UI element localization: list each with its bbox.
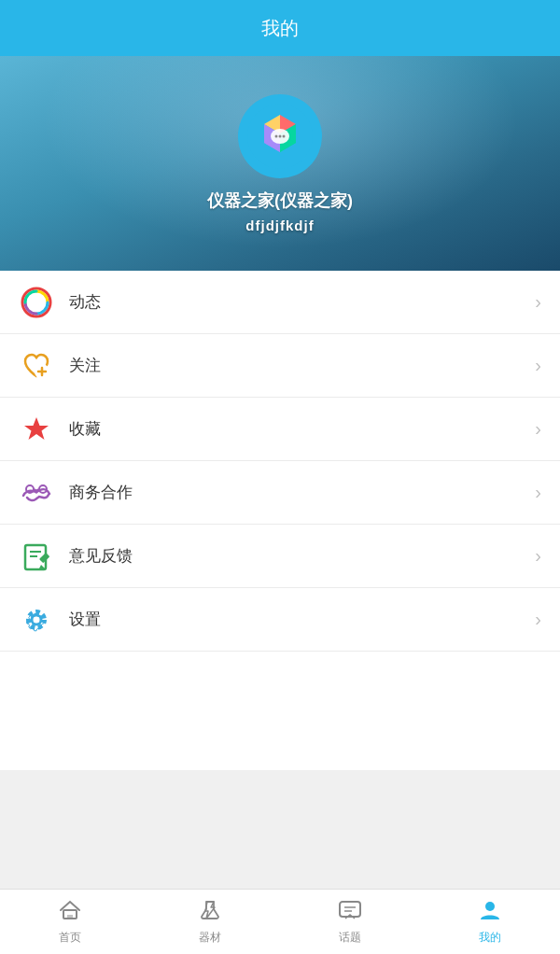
menu-label-feedback: 意见反馈 <box>69 545 535 567</box>
chevron-favorite: › <box>535 418 541 440</box>
chevron-follow: › <box>535 355 541 376</box>
menu-label-dynamic: 动态 <box>69 291 535 313</box>
menu-item-dynamic[interactable]: 动态 › <box>0 271 560 334</box>
svg-point-10 <box>279 134 282 137</box>
topic-icon <box>338 898 362 926</box>
profile-name: 仪器之家(仪器之家) <box>207 189 353 212</box>
svg-rect-28 <box>67 915 73 919</box>
menu-label-follow: 关注 <box>69 355 535 376</box>
nav-label-mine: 我的 <box>479 930 501 946</box>
favorite-icon <box>19 412 54 447</box>
bottom-nav: 首页 器材 话题 <box>0 889 560 954</box>
svg-point-25 <box>32 615 41 624</box>
menu-item-business[interactable]: 商务合作 › <box>0 461 560 525</box>
nav-item-topic[interactable]: 话题 <box>280 890 420 954</box>
nav-item-home[interactable]: 首页 <box>0 890 140 954</box>
menu-label-business: 商务合作 <box>69 482 535 503</box>
menu-item-follow[interactable]: 关注 › <box>0 334 560 398</box>
avatar-image <box>238 94 322 178</box>
menu-label-settings: 设置 <box>69 609 535 630</box>
dynamic-icon <box>19 285 54 320</box>
svg-marker-23 <box>39 565 45 568</box>
chevron-business: › <box>535 482 541 503</box>
chevron-feedback: › <box>535 545 541 567</box>
svg-point-9 <box>275 134 278 137</box>
nav-label-home: 首页 <box>59 930 81 946</box>
follow-icon <box>19 348 54 384</box>
business-icon <box>19 475 54 511</box>
menu-item-feedback[interactable]: 意见反馈 › <box>0 525 560 588</box>
settings-icon <box>19 602 54 638</box>
menu-item-settings[interactable]: 设置 › <box>0 588 560 652</box>
svg-point-33 <box>485 902 495 911</box>
chevron-settings: › <box>535 609 541 630</box>
menu-list: 动态 › 关注 › 收藏 › <box>0 271 560 770</box>
svg-rect-22 <box>39 552 49 562</box>
home-icon <box>58 898 82 926</box>
avatar[interactable] <box>238 94 322 178</box>
menu-label-favorite: 收藏 <box>69 418 535 440</box>
header: 我的 <box>0 0 560 56</box>
profile-section: 仪器之家(仪器之家) dfjdjfkdjf <box>0 56 560 271</box>
nav-item-mine[interactable]: 我的 <box>420 890 560 954</box>
svg-point-11 <box>283 134 286 137</box>
profile-subtitle: dfjdjfkdjf <box>245 217 314 233</box>
nav-label-topic: 话题 <box>339 930 361 946</box>
svg-marker-16 <box>24 417 49 440</box>
nav-label-equipment: 器材 <box>199 930 221 946</box>
equipment-icon <box>198 898 222 926</box>
menu-item-favorite[interactable]: 收藏 › <box>0 398 560 461</box>
gray-space <box>0 770 560 889</box>
nav-item-equipment[interactable]: 器材 <box>140 890 280 954</box>
mine-icon <box>478 898 502 926</box>
feedback-icon <box>19 539 54 574</box>
header-title: 我的 <box>261 16 299 41</box>
chevron-dynamic: › <box>535 291 541 313</box>
